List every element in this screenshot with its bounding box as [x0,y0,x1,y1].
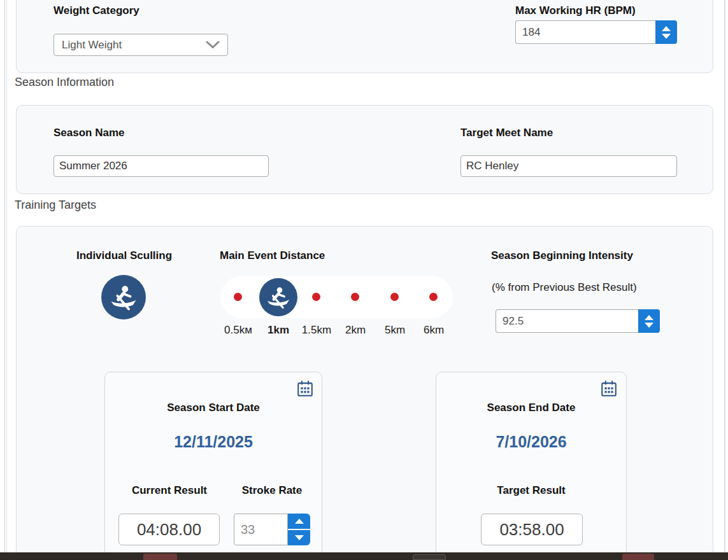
distance-dot-6km[interactable] [429,293,438,301]
distance-dot-2km[interactable] [351,293,359,301]
season-name-label: Season Name [54,127,125,139]
spin-up-icon [645,315,653,320]
stroke-rate-input[interactable] [234,514,288,545]
distance-dot-0.5km[interactable] [234,293,242,301]
distance-option-label-selected[interactable]: 1km [268,324,289,337]
season-end-card: Season End Date 7/10/2026 Target Result [436,372,627,560]
panel-left-border-outer [4,0,5,560]
distance-dot-5km[interactable] [390,293,399,301]
weight-category-selected-value: Light Weight [62,39,122,52]
distance-track [220,276,453,318]
cutoff-red-button [622,554,654,560]
season-info-card: Season Name Target Meet Name [16,105,713,194]
distance-option-label[interactable]: 2km [345,324,366,337]
max-hr-field [515,20,677,44]
season-end-title: Season End Date [436,402,626,414]
intensity-field [496,309,660,333]
discipline-label: Individual Sculling [41,249,207,262]
rower-icon [265,284,292,311]
intensity-spinner[interactable] [638,309,660,333]
target-result-input[interactable] [481,514,583,545]
stroke-rate-decrement-button[interactable] [288,530,310,545]
max-hr-label: Max Working HR (BPM) [515,4,636,17]
distance-selected-marker[interactable] [259,278,297,316]
season-start-card: Season Start Date 12/11/2025 Current Res… [104,372,322,560]
spin-down-icon [645,323,653,328]
intensity-label: Season Beginning Intensity [491,249,633,262]
max-hr-spinner[interactable] [655,20,677,44]
app-viewport: Weight Category Light Weight Max Working… [0,0,728,560]
distance-option-label[interactable]: 1.5km [302,324,331,337]
weight-category-label: Weight Category [54,4,139,17]
sculling-badge [101,275,146,319]
bottom-cutoff-bar [0,552,728,560]
season-start-title: Season Start Date [105,402,322,414]
season-name-input[interactable] [54,155,269,177]
spin-up-icon [662,26,671,31]
distance-option-label[interactable]: 6km [424,324,444,337]
stroke-rate-spinner [288,514,310,545]
current-result-input[interactable] [118,514,220,545]
athlete-card: Weight Category Light Weight Max Working… [16,0,713,73]
panel-right-border [724,0,725,560]
intensity-sub-label: (% from Previous Best Result) [492,281,637,294]
panel-left-border-inner [6,0,7,560]
cutoff-red-button [143,554,177,560]
intensity-input[interactable] [496,309,638,333]
distance-label: Main Event Distance [220,249,325,262]
target-result-label: Target Result [436,484,626,497]
spin-down-icon [662,34,671,39]
season-information-heading: Season Information [15,76,114,89]
calendar-icon[interactable] [599,379,618,401]
max-hr-input[interactable] [515,20,655,44]
current-result-label: Current Result [123,484,216,497]
spin-up-icon [295,519,304,524]
distance-dot-1.5km[interactable] [312,293,320,301]
weight-category-select[interactable]: Light Weight [54,34,228,56]
stroke-rate-label: Stroke Rate [227,484,317,497]
cutoff-outline-button [413,554,446,560]
target-meet-input[interactable] [460,155,677,177]
chevron-down-icon [206,41,220,49]
season-start-date-value[interactable]: 12/11/2025 [105,433,322,451]
calendar-icon[interactable] [296,379,315,401]
spin-down-icon [295,535,304,540]
target-meet-label: Target Meet Name [460,127,553,139]
distance-option-label[interactable]: 5km [385,324,405,337]
training-targets-heading: Training Targets [15,199,96,212]
stroke-rate-increment-button[interactable] [288,514,310,529]
distance-option-label[interactable]: 0.5kм [224,324,252,337]
season-end-date-value[interactable]: 7/10/2026 [436,433,626,451]
training-targets-card: Individual Sculling Main Event Distance [16,226,713,560]
rower-icon [108,282,139,312]
